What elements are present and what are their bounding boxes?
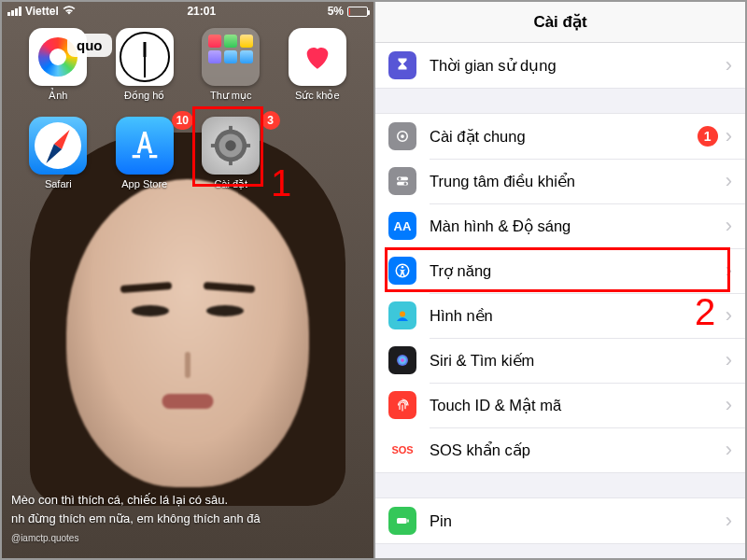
chevron-right-icon: ›	[726, 393, 732, 417]
chevron-right-icon: ›	[726, 303, 732, 328]
svg-rect-17	[397, 518, 407, 524]
annotation-number-1: 1	[271, 162, 291, 204]
quo-bubble: quo	[67, 34, 112, 57]
app-folder[interactable]: Thư mục	[188, 28, 275, 102]
svg-point-8	[401, 134, 404, 138]
svg-point-11	[399, 177, 402, 180]
chevron-right-icon: ›	[726, 53, 732, 77]
settings-list[interactable]: Thời gian sử dụng › Cài đặt chung 1 › Tr…	[375, 43, 745, 558]
appstore-icon	[116, 117, 174, 175]
app-label: App Store	[121, 178, 167, 189]
chevron-right-icon: ›	[726, 509, 732, 533]
chevron-right-icon: ›	[726, 169, 732, 193]
annotation-number-2: 2	[695, 291, 715, 333]
app-grid: Ảnh Đồng hồ Thư mục Sức khỏe Safari	[2, 24, 374, 194]
siri-icon	[388, 346, 416, 374]
row-label: Touch ID & Mật mã	[430, 397, 726, 414]
row-label: Thời gian sử dụng	[430, 57, 726, 75]
status-bar: Viettel 21:01 5%	[2, 2, 374, 21]
control-center-icon	[388, 167, 416, 195]
battery-icon	[347, 7, 368, 17]
app-clock[interactable]: Đồng hồ	[102, 28, 189, 102]
svg-point-15	[400, 312, 405, 317]
homescreen-pane: Viettel 21:01 5% Mèo con thì thích cá, c…	[2, 2, 374, 558]
app-label: Đồng hồ	[124, 90, 164, 102]
row-label: Siri & Tìm kiếm	[430, 352, 726, 370]
annotation-box-2	[385, 247, 730, 292]
svg-rect-18	[407, 520, 409, 523]
clock-icon	[116, 28, 174, 86]
signal-icon	[7, 7, 21, 16]
battery-pct: 5%	[328, 5, 344, 18]
display-icon: AA	[388, 212, 416, 240]
quote-line-2: nh đừng thích em nữa, em không thích anh…	[11, 510, 364, 528]
svg-point-12	[404, 182, 407, 185]
row-control-center[interactable]: Trung tâm điều khiển ›	[375, 159, 745, 203]
app-label: Thư mục	[210, 90, 252, 102]
quote-line-1: Mèo con thì thích cá, chiếc lá lại có sâ…	[11, 491, 364, 510]
row-general[interactable]: Cài đặt chung 1 ›	[375, 114, 745, 159]
app-label: Sức khỏe	[295, 90, 340, 102]
badge: 3	[261, 111, 280, 130]
row-sos[interactable]: SOS SOS khẩn cấp ›	[375, 427, 745, 472]
folder-icon	[202, 28, 260, 86]
row-battery[interactable]: Pin ›	[375, 498, 745, 543]
settings-pane: Cài đặt Thời gian sử dụng › Cài đặt chun…	[374, 2, 745, 558]
row-siri[interactable]: Siri & Tìm kiếm ›	[375, 338, 745, 383]
row-label: SOS khẩn cấp	[430, 441, 726, 459]
health-icon	[289, 28, 346, 86]
battery-icon	[388, 507, 416, 535]
wifi-icon	[63, 5, 76, 18]
chevron-right-icon: ›	[726, 348, 732, 372]
row-label: Pin	[430, 512, 726, 530]
row-display[interactable]: AA Màn hình & Độ sáng ›	[375, 203, 745, 248]
app-health[interactable]: Sức khỏe	[275, 28, 361, 102]
badge: 1	[698, 126, 718, 147]
row-label: Màn hình & Độ sáng	[430, 217, 726, 235]
chevron-right-icon: ›	[726, 438, 732, 462]
settings-title: Cài đặt	[375, 2, 745, 43]
app-appstore[interactable]: 10 App Store	[102, 117, 189, 190]
chevron-right-icon: ›	[726, 214, 732, 238]
row-label: Trung tâm điều khiển	[430, 173, 726, 190]
row-label: Hình nền	[430, 307, 726, 325]
app-label: Safari	[45, 178, 72, 189]
row-label: Cài đặt chung	[430, 128, 698, 146]
hourglass-icon	[388, 51, 416, 79]
carrier-label: Viettel	[25, 5, 59, 18]
app-safari[interactable]: Safari	[15, 117, 102, 190]
row-screentime[interactable]: Thời gian sử dụng ›	[375, 43, 745, 88]
safari-icon	[29, 117, 87, 175]
gear-icon	[388, 122, 416, 150]
chevron-right-icon: ›	[726, 124, 732, 148]
sos-icon: SOS	[388, 436, 416, 464]
annotation-box-1	[192, 106, 263, 187]
app-label: Ảnh	[49, 90, 67, 102]
wallpaper-quote: Mèo con thì thích cá, chiếc lá lại có sâ…	[2, 483, 374, 549]
clock-label: 21:01	[187, 5, 216, 18]
quote-watermark: @iamctp.quotes	[11, 531, 364, 545]
row-wallpaper[interactable]: Hình nền ›	[375, 293, 745, 338]
svg-point-16	[397, 355, 408, 366]
wallpaper-icon	[388, 301, 416, 329]
fingerprint-icon	[388, 391, 416, 419]
row-touchid[interactable]: Touch ID & Mật mã ›	[375, 383, 745, 427]
